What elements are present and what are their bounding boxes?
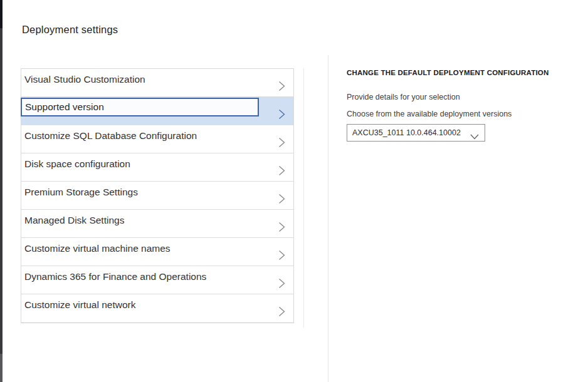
settings-item-label: Dynamics 365 for Finance and Operations: [24, 271, 206, 282]
window-edge-strip: [0, 0, 3, 382]
settings-item-label: Supported version: [25, 101, 104, 113]
settings-item-label: Disk space configuration: [24, 158, 130, 170]
chevron-right-icon: [278, 306, 285, 317]
settings-list-item[interactable]: Visual Studio Customization Visual Studi…: [21, 69, 293, 97]
section-divider: [328, 55, 328, 382]
chevron-right-icon: [278, 165, 285, 176]
version-dropdown-value: AXCU35_1011 10.0.464.10002: [352, 128, 461, 137]
settings-item-label: Visual Studio Customization: [24, 74, 145, 85]
settings-item-label: Customize virtual network: [24, 299, 135, 311]
selected-item-focus-box: Supported version: [21, 98, 259, 116]
settings-item-label: Customize virtual machine names: [24, 243, 171, 254]
detail-panel: CHANGE THE DEFAULT DEPLOYMENT CONFIGURAT…: [347, 69, 560, 142]
chevron-right-icon: [278, 81, 285, 91]
chevron-right-icon: [278, 194, 285, 204]
deployment-settings-list: Visual Studio Customization Visual Studi…: [21, 68, 294, 323]
settings-list-item[interactable]: Premium Storage Settings Premium Storage…: [21, 182, 293, 210]
chevron-right-icon: [278, 250, 285, 261]
version-dropdown[interactable]: AXCU35_1011 10.0.464.10002: [347, 124, 485, 142]
version-dropdown-label: Choose from the available deployment ver…: [347, 110, 560, 118]
settings-list-item[interactable]: Customize virtual network Customize virt…: [21, 294, 293, 323]
chevron-right-icon: [278, 222, 285, 232]
settings-list-item[interactable]: Managed Disk Settings Managed Disk Setti…: [21, 210, 293, 238]
settings-list-item[interactable]: Customize virtual machine names Customiz…: [21, 238, 293, 266]
chevron-down-icon: [470, 131, 479, 137]
settings-list-item[interactable]: Dynamics 365 for Finance and Operations …: [21, 266, 293, 294]
list-container-edge: [303, 68, 304, 328]
detail-panel-subtext: Provide details for your selection: [347, 93, 560, 101]
settings-list-item[interactable]: Disk space configuration Disk space conf…: [21, 153, 293, 182]
settings-list-item[interactable]: Supported version Supported version: [21, 97, 293, 125]
settings-item-label: Managed Disk Settings: [24, 215, 124, 226]
edge-strip-middle: [0, 28, 3, 354]
chevron-right-icon: [278, 278, 285, 289]
chevron-right-icon: [278, 109, 285, 120]
edge-strip-top: [0, 0, 3, 28]
edge-strip-bottom: [0, 354, 3, 382]
page-title: Deployment settings: [22, 24, 118, 36]
settings-item-label: Premium Storage Settings: [24, 187, 138, 198]
settings-list-item[interactable]: Customize SQL Database Configuration Cus…: [21, 125, 293, 153]
detail-panel-heading: CHANGE THE DEFAULT DEPLOYMENT CONFIGURAT…: [347, 69, 560, 76]
settings-item-label: Customize SQL Database Configuration: [24, 130, 197, 142]
chevron-right-icon: [278, 137, 285, 148]
